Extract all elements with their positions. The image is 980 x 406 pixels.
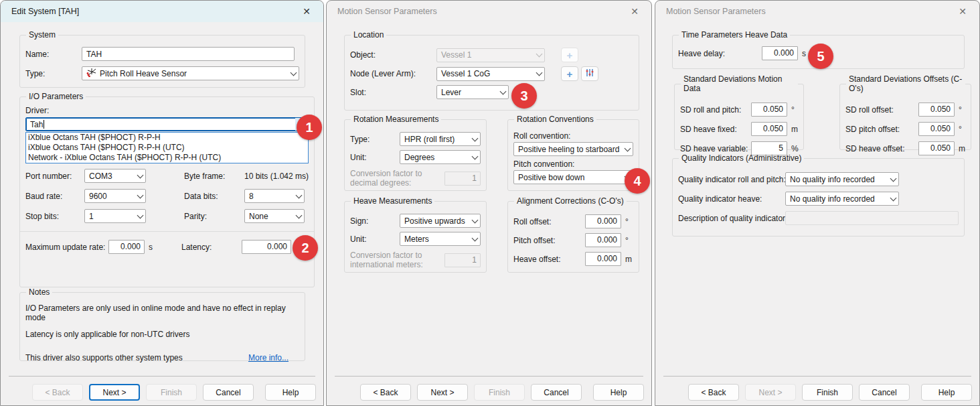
rotation-type-label: Type: <box>350 135 400 144</box>
titlebar-motion-sensor-1: Motion Sensor Parameters ✕ <box>327 1 651 22</box>
stop-bits-select[interactable]: 1 <box>84 209 146 223</box>
sd-heave-fixed-input[interactable]: 0.050 <box>751 122 787 136</box>
next-button[interactable]: Next > <box>89 384 140 401</box>
roll-convention-label: Roll convention: <box>513 131 633 141</box>
back-button[interactable]: < Back <box>688 384 739 401</box>
heave-sign-select[interactable]: Positive upwards <box>400 214 481 228</box>
note-line-1: I/O Parameters are only used in online m… <box>25 303 299 322</box>
chevron-down-icon <box>296 192 303 198</box>
baud-rate-value: 9600 <box>89 192 107 201</box>
button-bar: < Back Next > Finish Cancel Help <box>327 372 651 405</box>
dialog-edit-system: Edit System [TAH] ✕ System Name: TAH Typ… <box>0 0 324 406</box>
pitch-offset-input[interactable]: 0.000 <box>585 233 621 247</box>
close-icon[interactable]: ✕ <box>627 4 642 19</box>
group-system-legend: System <box>26 30 58 40</box>
data-bits-select[interactable]: 8 <box>244 189 305 203</box>
sd-roll-pitch-input[interactable]: 0.050 <box>751 103 787 117</box>
group-io-parameters: I/O Parameters Driver: Tah iXblue Octans… <box>19 92 315 287</box>
type-select[interactable]: Pitch Roll Heave Sensor <box>82 66 299 80</box>
quality-description-input <box>785 211 959 225</box>
group-quality-indicators: Quality Indicators (Administrative) Qual… <box>672 153 965 236</box>
group-heave-measurements-legend: Heave Measurements <box>351 196 434 206</box>
max-update-rate-input[interactable]: 0.000 <box>108 240 145 254</box>
heave-unit-label: Unit: <box>350 234 400 244</box>
sd-heave-offset-label: SD heave offset: <box>845 144 918 153</box>
node-lever-arm-select[interactable]: Vessel 1 CoG <box>436 67 545 81</box>
group-rotation-conventions: Rotation Conventions Roll convention: Po… <box>507 115 639 191</box>
edit-node-offsets-button[interactable] <box>581 66 598 81</box>
slot-value: Lever <box>441 88 461 97</box>
dialog-title: Motion Sensor Parameters <box>666 7 766 16</box>
heave-unit-select[interactable]: Meters <box>400 232 481 246</box>
back-button[interactable]: < Back <box>360 384 411 401</box>
quality-heave-value: No quality info recorded <box>790 194 875 204</box>
finish-button[interactable]: Finish <box>802 384 853 401</box>
sd-roll-offset-input[interactable]: 0.050 <box>918 103 955 117</box>
add-node-button[interactable]: + <box>561 66 578 81</box>
note-line-2: Latency is only applicable for non-UTC d… <box>25 330 299 339</box>
screenshot-stage: Edit System [TAH] ✕ System Name: TAH Typ… <box>0 0 980 406</box>
quality-heave-select[interactable]: No quality info recorded <box>785 192 899 206</box>
heave-offset-input[interactable]: 0.000 <box>585 252 621 266</box>
button-bar-separator <box>335 376 643 377</box>
rotation-unit-select[interactable]: Degrees <box>400 150 481 164</box>
quality-roll-pitch-label: Quality indicator roll and pitch: <box>678 175 785 184</box>
cancel-button[interactable]: Cancel <box>531 384 582 401</box>
more-info-link[interactable]: More info... <box>248 353 289 362</box>
cancel-button[interactable]: Cancel <box>859 384 910 401</box>
heave-delay-input[interactable]: 0.000 <box>762 46 798 60</box>
pitch-convention-value: Positive bow down <box>518 173 584 182</box>
rotation-type-select[interactable]: HPR (roll first) <box>400 132 481 146</box>
button-bar-separator <box>9 376 315 377</box>
parity-select[interactable]: None <box>244 209 305 223</box>
driver-option[interactable]: iXblue Octans TAH ($PHOCT) R-P-H (UTC) <box>26 143 308 153</box>
close-icon[interactable]: ✕ <box>299 4 314 19</box>
button-bar: < Back Next > Finish Cancel Help <box>655 372 979 405</box>
port-number-select[interactable]: COM3 <box>84 169 146 183</box>
driver-label: Driver: <box>25 106 309 115</box>
parity-label: Parity: <box>184 212 244 221</box>
sd-heave-fixed-label: SD heave fixed: <box>680 125 751 134</box>
quality-roll-pitch-value: No quality info recorded <box>790 175 875 184</box>
slot-select[interactable]: Lever <box>436 85 509 99</box>
group-time-parameters-legend: Time Parameters Heave Data <box>679 30 790 40</box>
help-button[interactable]: Help <box>921 384 972 401</box>
latency-input[interactable]: 0.000 <box>242 240 291 254</box>
cancel-button[interactable]: Cancel <box>203 384 254 401</box>
group-quality-indicators-legend: Quality Indicators (Administrative) <box>679 153 804 163</box>
callout-badge-1: 1 <box>297 115 322 140</box>
sd-roll-pitch-unit: ° <box>791 105 798 115</box>
sd-roll-offset-label: SD roll offset: <box>845 105 918 115</box>
next-button[interactable]: Next > <box>417 384 468 401</box>
quality-roll-pitch-select[interactable]: No quality info recorded <box>785 172 899 186</box>
driver-combobox[interactable]: Tah <box>25 117 309 131</box>
button-bar-separator <box>663 376 971 377</box>
finish-button: Finish <box>146 384 197 401</box>
name-input[interactable]: TAH <box>82 47 295 61</box>
roll-offset-input[interactable]: 0.000 <box>585 214 621 228</box>
help-button[interactable]: Help <box>265 384 316 401</box>
byte-frame-label: Byte frame: <box>184 172 244 181</box>
heave-conversion-label: Conversion factor to international meter… <box>350 251 429 270</box>
max-update-rate-unit: s <box>149 243 153 252</box>
driver-option[interactable]: iXblue Octans TAH ($PHOCT) R-P-H <box>26 133 308 143</box>
dialog-motion-sensor-1: Motion Sensor Parameters ✕ Location Obje… <box>326 0 652 406</box>
group-location-legend: Location <box>351 30 386 40</box>
sd-pitch-offset-input[interactable]: 0.050 <box>918 122 955 136</box>
close-icon[interactable]: ✕ <box>955 4 970 19</box>
baud-rate-select[interactable]: 9600 <box>84 189 146 203</box>
next-button: Next > <box>745 384 796 401</box>
stop-bits-value: 1 <box>89 212 94 221</box>
help-button[interactable]: Help <box>593 384 644 401</box>
add-object-button: + <box>561 48 578 62</box>
pitch-convention-select[interactable]: Positive bow down <box>513 170 633 184</box>
driver-option[interactable]: Network - iXblue Octans TAH ($PHOCT) R-P… <box>26 153 308 163</box>
rotation-unit-value: Degrees <box>404 153 434 162</box>
chevron-down-icon <box>472 216 479 223</box>
back-button: < Back <box>32 384 83 401</box>
roll-convention-select[interactable]: Positive heeling to starboard <box>513 142 633 156</box>
driver-value: Tah <box>30 120 43 129</box>
heave-unit-value: Meters <box>404 234 429 244</box>
rotation-conversion-input: 1 <box>444 172 481 186</box>
port-number-value: COM3 <box>89 172 112 181</box>
